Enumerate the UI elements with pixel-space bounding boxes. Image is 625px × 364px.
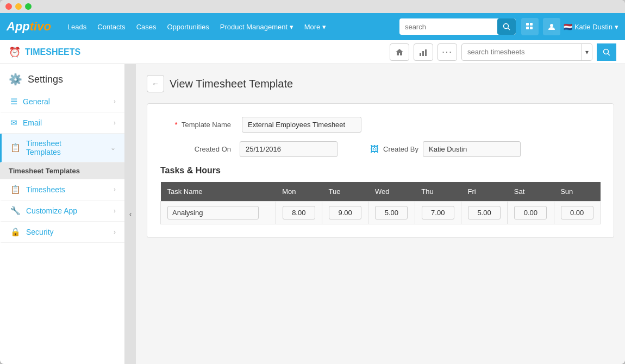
created-on-input[interactable] (240, 141, 338, 157)
settings-header: ⚙️ Settings (0, 64, 124, 91)
thu-cell (415, 202, 461, 224)
sidebar-item-customize[interactable]: 🔧 Customize App › (0, 200, 124, 222)
timesheet-templates-dropdown-icon: ⌄ (110, 144, 116, 152)
svg-rect-8 (422, 51, 424, 56)
back-button[interactable]: ← (147, 75, 164, 92)
main-area: ⚙️ Settings ☰ General › ✉ Email › 📋 Time… (0, 64, 625, 364)
sun-cell (554, 202, 600, 224)
svg-point-6 (550, 24, 553, 27)
sub-search-dropdown[interactable]: ▾ (582, 43, 592, 61)
timesheets-clock-icon: ⏰ (9, 46, 21, 58)
sub-search-button[interactable] (597, 43, 616, 61)
created-by-input[interactable] (423, 141, 521, 157)
nav-profile-button[interactable] (543, 18, 560, 35)
sun-input[interactable] (561, 206, 593, 219)
created-by-icon: 🖼 (370, 145, 379, 154)
form-card: * Template Name Created On 🖼 Created By (147, 103, 614, 238)
user-name: Katie Dustin (574, 23, 612, 31)
created-on-label: Created On (160, 145, 231, 153)
nav-opportunities[interactable]: Opportunities (161, 23, 214, 31)
col-fri: Fri (461, 182, 508, 202)
user-label[interactable]: 🇳🇱 Katie Dustin ▾ (564, 23, 618, 31)
nav-icons (521, 18, 560, 35)
security-arrow-icon: › (114, 228, 116, 236)
global-search-input[interactable] (399, 23, 497, 31)
nav-apps-button[interactable] (521, 18, 539, 35)
sidebar-item-timesheet-templates[interactable]: 📋 Timesheet Templates ⌄ (0, 134, 124, 162)
main-content: ← View Timesheet Template * Template Nam… (136, 64, 625, 364)
sub-nav: ⏰ TIMESHEETS ··· ▾ (0, 40, 625, 64)
sidebar-item-label-email: Email (23, 118, 114, 127)
table-row (161, 202, 601, 224)
collapse-sidebar-button[interactable]: ‹ (125, 64, 136, 364)
email-arrow-icon: › (114, 119, 116, 127)
page-header: ← View Timesheet Template (147, 75, 614, 92)
task-name-input[interactable] (167, 206, 259, 219)
global-search-button[interactable] (497, 18, 516, 35)
svg-rect-3 (530, 23, 533, 26)
sidebar-item-email[interactable]: ✉ Email › (0, 112, 124, 134)
mon-input[interactable] (283, 206, 315, 219)
sidebar-item-label-customize: Customize App (26, 206, 114, 215)
sidebar: ⚙️ Settings ☰ General › ✉ Email › 📋 Time… (0, 64, 125, 364)
col-sat: Sat (508, 182, 554, 202)
flag-icon: 🇳🇱 (564, 23, 572, 31)
col-thu: Thu (415, 182, 461, 202)
sub-nav-actions: ··· ▾ (390, 43, 616, 61)
home-button[interactable] (390, 43, 409, 61)
email-icon: ✉ (10, 118, 17, 128)
template-name-row: * Template Name (160, 117, 601, 133)
chart-button[interactable] (414, 43, 433, 61)
mon-cell (276, 202, 322, 224)
sidebar-item-general[interactable]: ☰ General › (0, 91, 124, 112)
task-name-cell (161, 202, 276, 224)
tasks-hours-title: Tasks & Hours (160, 166, 601, 175)
col-sun: Sun (554, 182, 600, 202)
svg-rect-2 (526, 23, 529, 26)
col-task-name: Task Name (161, 182, 276, 202)
col-tue: Tue (322, 182, 368, 202)
fri-input[interactable] (468, 206, 501, 219)
general-arrow-icon: › (114, 98, 116, 105)
sat-cell (508, 202, 554, 224)
nav-product-management[interactable]: Product Management ▾ (215, 23, 299, 31)
sidebar-item-timesheets[interactable]: 📋 Timesheets › (0, 179, 124, 200)
app-logo[interactable]: Apptivo (7, 20, 51, 34)
sidebar-item-label-security: Security (26, 228, 114, 236)
sidebar-item-security[interactable]: 🔒 Security › (0, 222, 124, 243)
user-dropdown-icon: ▾ (615, 23, 618, 31)
settings-title: Settings (28, 74, 63, 85)
template-name-input[interactable] (242, 117, 361, 133)
nav-cases[interactable]: Cases (131, 23, 162, 31)
col-wed: Wed (368, 182, 415, 202)
nav-contacts[interactable]: Contacts (92, 23, 130, 31)
tue-cell (322, 202, 368, 224)
minimize-dot[interactable] (15, 3, 22, 10)
nav-more[interactable]: More ▾ (299, 23, 332, 31)
svg-rect-9 (425, 49, 427, 56)
sidebar-item-label-timesheet-templates: Timesheet Templates (26, 139, 110, 156)
more-button[interactable]: ··· (438, 43, 457, 61)
svg-rect-5 (530, 27, 533, 29)
global-search-bar (399, 18, 516, 35)
timesheets-arrow-icon: › (114, 186, 116, 193)
svg-rect-7 (420, 53, 421, 56)
chevron-down-icon: ▾ (585, 48, 589, 56)
tue-input[interactable] (329, 206, 361, 219)
thu-input[interactable] (422, 206, 454, 219)
timesheets-icon: 📋 (10, 185, 21, 194)
close-dot[interactable] (5, 3, 12, 10)
maximize-dot[interactable] (25, 3, 32, 10)
svg-rect-4 (526, 27, 529, 29)
nav-leads[interactable]: Leads (62, 23, 92, 31)
created-by-label: Created By (383, 145, 418, 153)
sidebar-item-label-general: General (23, 97, 114, 106)
sat-input[interactable] (514, 206, 547, 219)
required-indicator: * (175, 121, 178, 129)
wed-input[interactable] (375, 206, 408, 219)
table-header-row: Task Name Mon Tue Wed Thu Fri Sat Sun (161, 182, 601, 202)
svg-line-1 (508, 28, 510, 30)
page-title: View Timesheet Template (170, 78, 293, 90)
sub-search-input[interactable] (462, 48, 582, 56)
sub-nav-title: ⏰ TIMESHEETS (9, 46, 80, 58)
